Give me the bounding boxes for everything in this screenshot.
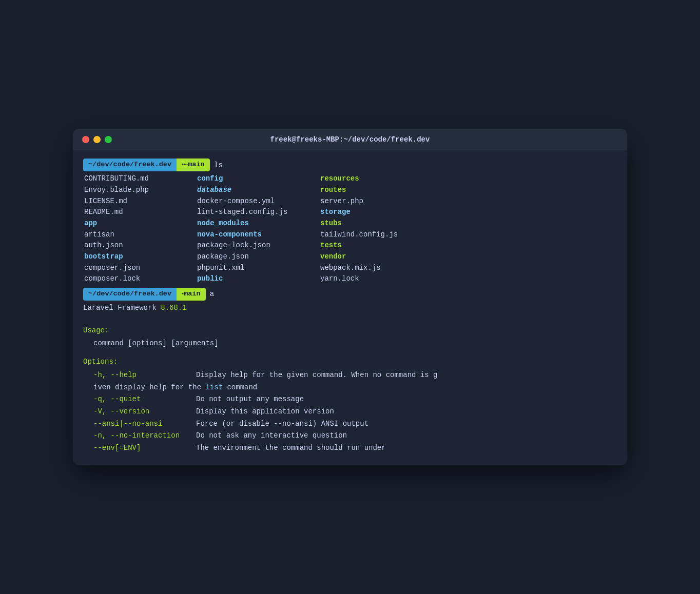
option-row-version: -V, --version Display this application v… [83,406,617,418]
titlebar: freek@freeks-MBP:~/dev/code/freek.dev [73,129,627,150]
prompt-branch-2: ←main [177,288,206,301]
list-item: server.php [319,196,432,207]
option-desc-no-interaction: Do not ask any interactive question [196,430,617,442]
terminal-body[interactable]: ~/dev/code/freek.dev ←←main ls CONTRIBUT… [73,150,627,465]
laravel-info: Laravel Framework 8.68.1 [83,303,617,314]
maximize-button[interactable] [105,136,112,143]
list-item: CONTRIBUTING.md [83,173,196,185]
list-item: package.json [196,251,319,263]
prompt-path-2: ~/dev/code/freek.dev [83,288,177,301]
list-highlight: list [205,383,223,391]
list-item: Envoy.blade.php [83,185,196,196]
option-row-ansi: --ansi|--no-ansi Force (or disable --no-… [83,419,617,430]
list-item: composer.json [83,263,196,274]
list-item: resources [319,173,432,185]
option-desc-help-wrap: iven display help for the list command [83,382,617,393]
options-header: Options: [83,357,617,368]
option-flags-env: --env[=ENV] [83,443,196,454]
list-item: yarn.lock [319,273,432,285]
list-item: webpack.mix.js [319,263,432,274]
list-item: routes [319,185,432,196]
list-item: composer.lock [83,273,196,285]
option-desc-help: Display help for the given command. When… [196,370,617,381]
list-item: auth.json [83,240,196,251]
minimize-button[interactable] [93,136,101,143]
list-item: nova-components [196,229,319,241]
list-item: lint-staged.config.js [196,207,319,218]
traffic-lights [82,136,112,143]
terminal-window: freek@freeks-MBP:~/dev/code/freek.dev ~/… [73,129,627,465]
list-item: LICENSE.md [83,196,196,207]
prompt-cmd-1: ls [214,160,223,171]
window-title: freek@freeks-MBP:~/dev/code/freek.dev [270,135,430,144]
prompt-cmd-2: a [210,288,215,300]
list-item: tests [319,240,432,251]
option-flags-version: -V, --version [83,406,196,418]
list-item: package-lock.json [196,240,319,251]
prompt-branch-1: ←←main [177,159,210,171]
list-item: README.md [83,207,196,218]
option-flags-quiet: -q, --quiet [83,394,196,405]
usage-content: command [options] [arguments] [93,338,617,349]
list-item: public [196,273,319,285]
list-item: storage [319,207,432,218]
prompt-line-2: ~/dev/code/freek.dev ←main a [83,288,617,301]
list-item: bootstrap [83,251,196,263]
option-flags-no-interaction: -n, --no-interaction [83,430,196,442]
option-desc-version: Display this application version [196,406,617,418]
prompt-line-1: ~/dev/code/freek.dev ←←main ls [83,159,617,171]
laravel-version: 8.68.1 [161,304,186,312]
option-flags-help: -h, --help [83,370,196,381]
option-desc-ansi: Force (or disable --no-ansi) ANSI output [196,419,617,430]
option-row-help: -h, --help Display help for the given co… [83,370,617,381]
list-item: phpunit.xml [196,263,319,274]
usage-header: Usage: [83,325,617,336]
list-item: vendor [319,251,432,263]
option-desc-quiet: Do not output any message [196,394,617,405]
option-flags-ansi: --ansi|--no-ansi [83,419,196,430]
ls-output: CONTRIBUTING.md config resources Envoy.b… [83,173,617,285]
list-item: artisan [83,229,196,241]
option-desc-env: The environment the command should run u… [196,443,617,454]
list-item: docker-compose.yml [196,196,319,207]
list-item: tailwind.config.js [319,229,432,241]
list-item: stubs [319,218,432,229]
option-row-env: --env[=ENV] The environment the command … [83,443,617,454]
option-row-quiet: -q, --quiet Do not output any message [83,394,617,405]
list-item: app [83,218,196,229]
option-row-no-interaction: -n, --no-interaction Do not ask any inte… [83,430,617,442]
close-button[interactable] [82,136,89,143]
list-item: database [196,185,319,196]
list-item: config [196,173,319,185]
laravel-label: Laravel Framework [83,304,161,312]
list-item: node_modules [196,218,319,229]
prompt-path-1: ~/dev/code/freek.dev [83,159,177,171]
